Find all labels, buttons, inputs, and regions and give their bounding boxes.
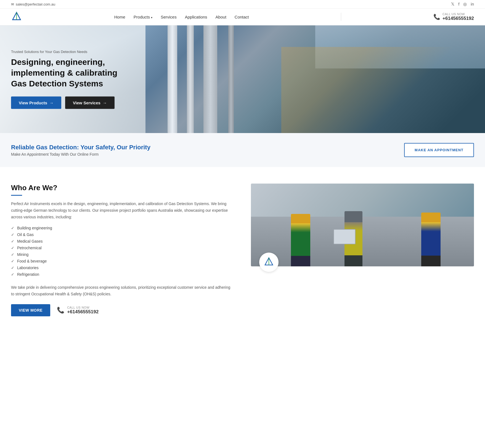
list-item: ✓Medical Gases — [11, 238, 234, 245]
phone-icon-2: 📞 — [57, 307, 64, 314]
check-icon: ✓ — [11, 226, 14, 230]
facebook-icon[interactable]: f — [458, 2, 459, 7]
check-icon: ✓ — [11, 252, 14, 257]
email-address: sales@perfectair.com.au — [16, 2, 55, 6]
list-item: ✓Building engineering — [11, 225, 234, 231]
email-info: ✉ sales@perfectair.com.au — [11, 2, 55, 6]
check-icon: ✓ — [11, 246, 14, 250]
arrow-icon: → — [49, 100, 54, 105]
tablet — [333, 229, 356, 244]
make-appointment-button[interactable]: MAKE AN APPOINTMENT — [404, 143, 474, 157]
pipe-3 — [203, 25, 217, 133]
hero-section: Trusted Solutions for Your Gas Detection… — [0, 25, 485, 133]
social-links[interactable]: 𝕏 f ◎ in — [451, 2, 474, 7]
view-more-button[interactable]: VIEW MORE — [11, 304, 50, 316]
nav-applications[interactable]: Applications — [185, 15, 207, 19]
pipe-1 — [168, 25, 177, 133]
twitter-icon[interactable]: 𝕏 — [451, 2, 454, 7]
nav-services[interactable]: Services — [161, 15, 177, 19]
who-title: Who Are We? — [11, 184, 234, 192]
nav-divider — [341, 13, 341, 21]
who-description-1: Perfect Air Instruments excels in the de… — [11, 201, 234, 220]
hero-industrial-image — [145, 25, 485, 133]
view-products-button[interactable]: View Products → — [11, 97, 61, 109]
linkedin-icon[interactable]: in — [471, 2, 474, 7]
check-icon: ✓ — [11, 239, 14, 243]
list-item: ✓Oil & Gas — [11, 231, 234, 238]
arrow-icon-2: → — [103, 100, 107, 105]
phone-number[interactable]: +61456555192 — [442, 16, 474, 21]
navbar: Home Products ▾ Services Applications Ab… — [0, 9, 485, 25]
check-icon: ✓ — [11, 272, 14, 277]
logo-icon — [11, 11, 22, 22]
logo[interactable] — [11, 11, 22, 22]
pipe-2 — [187, 25, 194, 133]
check-icon: ✓ — [11, 266, 14, 270]
hero-badge: Trusted Solutions for Your Gas Detection… — [11, 50, 127, 54]
list-item: ✓Laboratories — [11, 264, 234, 271]
instagram-icon[interactable]: ◎ — [463, 2, 467, 7]
hero-structure — [281, 47, 485, 133]
view-services-label: View Services — [73, 100, 100, 105]
who-actions: VIEW MORE 📞 CALL US NOW +61456555192 — [11, 304, 234, 316]
worker-1 — [291, 214, 310, 266]
overlay-logo-icon — [263, 257, 274, 268]
nav-contact[interactable]: Contact — [235, 15, 249, 19]
cta-subtitle: Make An Appointment Today With Our Onlin… — [11, 152, 150, 157]
call-us-label: CALL US NOW — [442, 12, 474, 16]
cta-band: Reliable Gas Detection: Your Safety, Our… — [0, 133, 485, 167]
phone-icon: 📞 — [433, 14, 440, 20]
who-image-container — [251, 184, 474, 266]
nav-products[interactable]: Products ▾ — [134, 15, 152, 19]
worker-3 — [421, 213, 441, 266]
call-label: CALL US NOW — [67, 306, 99, 309]
who-workers-image — [251, 184, 474, 266]
view-services-button[interactable]: View Services → — [65, 97, 115, 109]
check-icon: ✓ — [11, 232, 14, 237]
dropdown-arrow: ▾ — [151, 16, 152, 19]
list-item: ✓Food & beverage — [11, 258, 234, 264]
who-section: Who Are We? Perfect Air Instruments exce… — [0, 167, 485, 327]
list-item: ✓Mining — [11, 251, 234, 258]
nav-phone: 📞 CALL US NOW +61456555192 — [433, 12, 474, 21]
nav-links: Home Products ▾ Services Applications Ab… — [114, 15, 249, 19]
who-left: Who Are We? Perfect Air Instruments exce… — [11, 184, 234, 316]
who-right — [251, 184, 474, 266]
check-icon: ✓ — [11, 259, 14, 263]
list-item: ✓Refrigeration — [11, 271, 234, 278]
who-underline — [11, 195, 22, 196]
cta-text: Reliable Gas Detection: Your Safety, Our… — [11, 144, 150, 157]
nav-home[interactable]: Home — [114, 15, 125, 19]
who-phone: 📞 CALL US NOW +61456555192 — [57, 306, 99, 315]
who-description-2: We take pride in delivering comprehensiv… — [11, 284, 234, 298]
who-industry-list: ✓Building engineering ✓Oil & Gas ✓Medica… — [11, 225, 234, 278]
email-icon: ✉ — [11, 2, 14, 6]
view-products-label: View Products — [19, 100, 47, 105]
nav-about[interactable]: About — [216, 15, 226, 19]
cta-title: Reliable Gas Detection: Your Safety, Our… — [11, 144, 150, 151]
list-item: ✓Petrochemical — [11, 245, 234, 251]
who-logo-overlay — [259, 253, 279, 272]
pipe-4 — [228, 25, 234, 133]
who-phone-number[interactable]: +61456555192 — [67, 309, 99, 315]
hero-buttons: View Products → View Services → — [11, 97, 127, 109]
hero-title: Designing, engineering, implementing & c… — [11, 57, 127, 89]
top-bar: ✉ sales@perfectair.com.au 𝕏 f ◎ in — [0, 0, 485, 9]
hero-content: Trusted Solutions for Your Gas Detection… — [11, 50, 127, 109]
